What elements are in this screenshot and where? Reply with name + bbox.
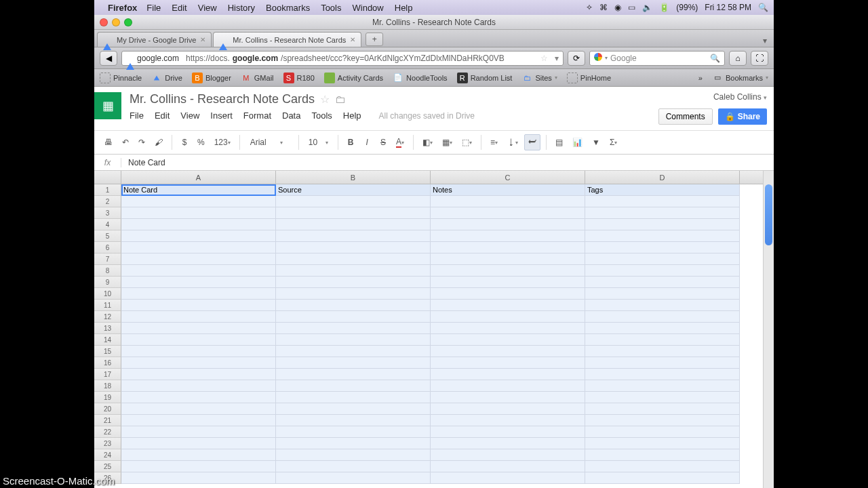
menu-tools[interactable]: Tools bbox=[321, 3, 341, 13]
cell-D1[interactable]: Tags bbox=[585, 184, 740, 196]
cell-A24[interactable] bbox=[121, 449, 276, 461]
share-button[interactable]: 🔒Share bbox=[718, 108, 767, 125]
spotlight-icon[interactable]: 🔍 bbox=[758, 3, 768, 12]
cell-C8[interactable] bbox=[431, 265, 585, 277]
menu-view[interactable]: View bbox=[198, 3, 217, 13]
sync-icon[interactable]: ✧ bbox=[586, 3, 593, 12]
bookmark-pinnacle[interactable]: Pinnacle bbox=[100, 73, 142, 83]
back-button[interactable]: ◀ bbox=[100, 51, 117, 66]
cell-C24[interactable] bbox=[431, 449, 585, 461]
row-header[interactable]: 14 bbox=[94, 334, 121, 346]
cell-B11[interactable] bbox=[276, 300, 431, 311]
row-header[interactable]: 16 bbox=[94, 357, 121, 369]
column-header-b[interactable]: B bbox=[276, 171, 431, 184]
display-icon[interactable]: ▭ bbox=[628, 3, 635, 12]
row-header[interactable]: 2 bbox=[94, 196, 121, 207]
tab-sheet[interactable]: Mr. Collins - Research Note Cards ✕ bbox=[213, 32, 361, 47]
cell-A3[interactable] bbox=[121, 207, 276, 219]
insert-chart-button[interactable]: 📊 bbox=[569, 135, 586, 150]
cell-C19[interactable] bbox=[431, 392, 585, 403]
cell-B22[interactable] bbox=[276, 426, 431, 438]
cell-D5[interactable] bbox=[585, 230, 740, 242]
column-header-d[interactable]: D bbox=[585, 171, 740, 184]
cell-B14[interactable] bbox=[276, 334, 431, 346]
cell-A23[interactable] bbox=[121, 438, 276, 449]
cell-B19[interactable] bbox=[276, 392, 431, 403]
cell-C23[interactable] bbox=[431, 438, 585, 449]
cell-B6[interactable] bbox=[276, 242, 431, 253]
menu-edit[interactable]: Edit bbox=[172, 3, 186, 13]
cell-C2[interactable] bbox=[431, 196, 585, 207]
cell-B17[interactable] bbox=[276, 369, 431, 380]
cell-A16[interactable] bbox=[121, 357, 276, 369]
row-header[interactable]: 6 bbox=[94, 242, 121, 253]
cell-A18[interactable] bbox=[121, 380, 276, 392]
cell-C26[interactable] bbox=[431, 472, 585, 484]
sheet-menu-view[interactable]: View bbox=[180, 110, 199, 121]
cell-D9[interactable] bbox=[585, 277, 740, 288]
folder-icon[interactable]: 🗀 bbox=[335, 94, 346, 106]
cell-A22[interactable] bbox=[121, 426, 276, 438]
cell-C20[interactable] bbox=[431, 403, 585, 415]
scrollbar-thumb[interactable] bbox=[765, 184, 772, 245]
cell-D18[interactable] bbox=[585, 380, 740, 392]
sheet-menu-insert[interactable]: Insert bbox=[210, 110, 233, 121]
merge-button[interactable]: ⬚ ▾ bbox=[458, 135, 475, 150]
cell-D6[interactable] bbox=[585, 242, 740, 253]
cell-A9[interactable] bbox=[121, 277, 276, 288]
cell-B16[interactable] bbox=[276, 357, 431, 369]
url-field[interactable]: google.com https://docs.google.com/sprea… bbox=[121, 51, 564, 66]
sheet-menu-help[interactable]: Help bbox=[343, 110, 361, 121]
cell-C25[interactable] bbox=[431, 461, 585, 472]
account-menu[interactable]: Caleb Collins ▾ bbox=[713, 92, 767, 102]
row-header[interactable]: 8 bbox=[94, 265, 121, 277]
cell-B20[interactable] bbox=[276, 403, 431, 415]
cell-C16[interactable] bbox=[431, 357, 585, 369]
insert-comment-button[interactable]: ▤ bbox=[552, 135, 566, 150]
cell-A19[interactable] bbox=[121, 392, 276, 403]
row-header[interactable]: 22 bbox=[94, 426, 121, 438]
clock[interactable]: Fri 12 58 PM bbox=[705, 3, 751, 12]
bookmark-gmail[interactable]: MGMail bbox=[241, 73, 274, 83]
bold-button[interactable]: B bbox=[344, 135, 357, 150]
cell-C7[interactable] bbox=[431, 253, 585, 265]
cell-B24[interactable] bbox=[276, 449, 431, 461]
bookmark-sites[interactable]: 🗀Sites▾ bbox=[521, 73, 557, 83]
search-icon[interactable]: 🔍 bbox=[710, 54, 720, 63]
sheet-menu-tools[interactable]: Tools bbox=[311, 110, 332, 121]
cell-D12[interactable] bbox=[585, 311, 740, 323]
bookmark-star-icon[interactable]: ☆ bbox=[540, 54, 548, 63]
cell-C5[interactable] bbox=[431, 230, 585, 242]
home-button[interactable]: ⌂ bbox=[729, 51, 747, 66]
fill-color-button[interactable]: ◧ ▾ bbox=[419, 135, 436, 150]
cell-A10[interactable] bbox=[121, 288, 276, 300]
close-tab-icon[interactable]: ✕ bbox=[350, 36, 355, 43]
column-header-a[interactable]: A bbox=[121, 171, 276, 184]
cell-D23[interactable] bbox=[585, 438, 740, 449]
comments-button[interactable]: Comments bbox=[658, 108, 713, 125]
cell-A20[interactable] bbox=[121, 403, 276, 415]
search-field[interactable]: ▾ Google 🔍 bbox=[589, 51, 725, 66]
close-tab-icon[interactable]: ✕ bbox=[200, 36, 205, 43]
menu-window[interactable]: Window bbox=[353, 3, 384, 13]
wrap-button[interactable]: ⮨ bbox=[524, 134, 540, 150]
row-header[interactable]: 3 bbox=[94, 207, 121, 219]
cell-A26[interactable] bbox=[121, 472, 276, 484]
site-identity-icon[interactable] bbox=[126, 54, 134, 63]
percent-button[interactable]: % bbox=[194, 135, 208, 150]
cell-D19[interactable] bbox=[585, 392, 740, 403]
row-header[interactable]: 5 bbox=[94, 230, 121, 242]
column-header-c[interactable]: C bbox=[431, 171, 585, 184]
cell-B5[interactable] bbox=[276, 230, 431, 242]
italic-button[interactable]: I bbox=[360, 135, 374, 150]
dropdown-icon[interactable]: ▾ bbox=[555, 54, 559, 63]
cell-A4[interactable] bbox=[121, 219, 276, 230]
cell-A13[interactable] bbox=[121, 323, 276, 334]
row-header[interactable]: 15 bbox=[94, 346, 121, 357]
text-color-button[interactable]: A ▾ bbox=[393, 134, 408, 150]
cell-D3[interactable] bbox=[585, 207, 740, 219]
cell-B15[interactable] bbox=[276, 346, 431, 357]
menu-file[interactable]: File bbox=[146, 3, 161, 13]
cell-C21[interactable] bbox=[431, 415, 585, 426]
cell-D16[interactable] bbox=[585, 357, 740, 369]
